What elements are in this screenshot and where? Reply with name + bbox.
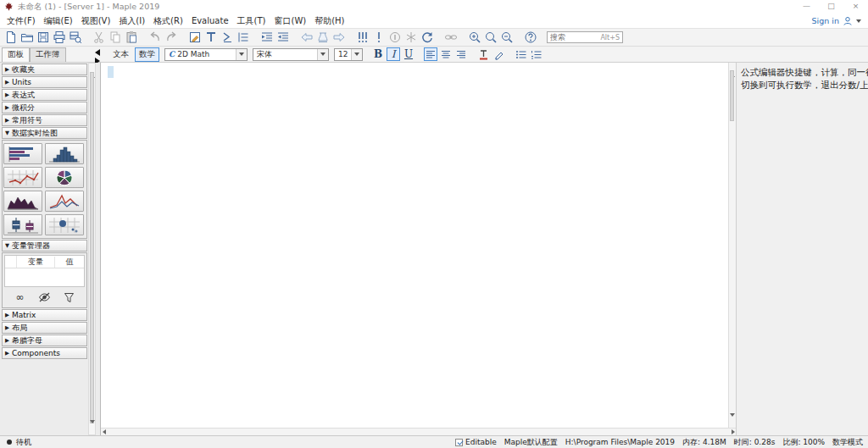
- area-chart-plot-button[interactable]: [3, 191, 42, 212]
- editable-checkbox[interactable]: [455, 439, 463, 446]
- collapse-left-panel-icon[interactable]: [95, 49, 100, 56]
- align-center-button[interactable]: [439, 47, 453, 61]
- back-button[interactable]: [298, 30, 314, 46]
- zoom-out-button[interactable]: [498, 30, 515, 46]
- bold-button[interactable]: B: [371, 47, 385, 61]
- palette-variable-manager[interactable]: ▼变量管理器: [2, 240, 87, 252]
- point-plot-button[interactable]: [3, 167, 42, 188]
- menu-help[interactable]: 帮助(H): [310, 14, 348, 28]
- paste-button[interactable]: [123, 30, 139, 46]
- font-size-dropdown[interactable]: 12: [334, 48, 363, 61]
- menu-edit[interactable]: 编辑(E): [40, 14, 77, 28]
- palette-calculus[interactable]: ▶微积分: [2, 102, 87, 113]
- underline-button[interactable]: U: [402, 47, 415, 61]
- menu-tools[interactable]: 工具(T): [233, 14, 270, 28]
- hide-variables-button[interactable]: [36, 290, 54, 304]
- insert-code-edit-button[interactable]: [186, 30, 203, 46]
- menu-insert[interactable]: 插入(I): [114, 14, 149, 28]
- hyperlink-button[interactable]: [442, 30, 459, 46]
- scroll-down-icon[interactable]: [730, 413, 735, 426]
- indent-button[interactable]: [259, 30, 275, 46]
- sign-in-link[interactable]: Sign in: [812, 16, 839, 25]
- palette-matrix[interactable]: ▶Matrix: [2, 309, 87, 321]
- copy-button[interactable]: [107, 30, 123, 46]
- sign-in-caret-icon[interactable]: [856, 19, 861, 23]
- palette-live-data-plots[interactable]: ▼数据实时绘图: [2, 127, 87, 139]
- close-button[interactable]: ×: [843, 0, 868, 14]
- tab-panels[interactable]: 面板: [2, 47, 30, 62]
- debug-button[interactable]: [403, 30, 419, 46]
- restart-button[interactable]: [419, 30, 435, 46]
- undo-button[interactable]: [147, 30, 163, 46]
- minimize-button[interactable]: —: [794, 0, 819, 14]
- dropdown-arrow-icon[interactable]: [239, 53, 244, 56]
- cut-button[interactable]: [91, 30, 107, 46]
- palette-common-symbols[interactable]: ▶常用符号: [2, 114, 87, 126]
- execute-button[interactable]: [370, 30, 387, 46]
- interrupt-button[interactable]: [387, 30, 403, 46]
- document-horizontal-scrollbar[interactable]: [101, 428, 737, 435]
- text-mode-button[interactable]: 文本: [108, 47, 133, 62]
- menu-evaluate[interactable]: Evaluate: [187, 15, 233, 26]
- align-left-button[interactable]: [424, 47, 437, 61]
- parent-button[interactable]: [314, 30, 331, 46]
- new-document-button[interactable]: [3, 30, 19, 46]
- numbered-list-button[interactable]: [529, 47, 542, 61]
- palette-expressions[interactable]: ▶表达式: [2, 89, 87, 101]
- execute-all-button[interactable]: [354, 30, 370, 46]
- scroll-right-icon[interactable]: [732, 429, 735, 434]
- bar-chart-plot-button[interactable]: [3, 143, 42, 164]
- print-button[interactable]: [51, 30, 67, 46]
- maximize-button[interactable]: □: [819, 0, 843, 14]
- scroll-left-icon[interactable]: [103, 429, 106, 434]
- font-dropdown[interactable]: 宋体: [253, 48, 329, 61]
- sidebar-scrollbar[interactable]: [88, 63, 96, 435]
- align-right-button[interactable]: [454, 47, 468, 61]
- style-dropdown[interactable]: C 2D Math: [164, 48, 248, 61]
- worksheet-canvas[interactable]: [100, 63, 736, 435]
- font-color-button[interactable]: [476, 47, 490, 61]
- zoom-in-button[interactable]: [466, 30, 482, 46]
- palette-favorites[interactable]: ▶收藏夹: [2, 64, 87, 75]
- palette-units[interactable]: ▶Units: [2, 76, 87, 88]
- bullet-list-button[interactable]: [514, 47, 527, 61]
- zoom-default-button[interactable]: [482, 30, 498, 46]
- palette-greek-letters[interactable]: ▶希腊字母: [2, 335, 87, 346]
- line-chart-plot-button[interactable]: [45, 191, 84, 212]
- redo-button[interactable]: [163, 30, 179, 46]
- menu-format[interactable]: 格式(R): [149, 14, 187, 28]
- dropdown-arrow-icon[interactable]: [320, 53, 326, 56]
- math-mode-button[interactable]: 数学: [135, 47, 159, 62]
- pie-chart-plot-button[interactable]: [45, 167, 84, 188]
- italic-button[interactable]: I: [387, 47, 400, 61]
- vertical-scrollbar-thumb[interactable]: [730, 70, 734, 121]
- scatter-plot-button[interactable]: [45, 214, 84, 235]
- menu-window[interactable]: 窗口(W): [270, 14, 310, 28]
- search-input[interactable]: [547, 31, 623, 43]
- insert-section-button[interactable]: [235, 30, 251, 46]
- palette-components[interactable]: ▶Components: [2, 347, 87, 359]
- insert-text-button[interactable]: [203, 30, 219, 46]
- help-button[interactable]: [522, 30, 538, 46]
- link-variables-button[interactable]: ∞: [11, 290, 30, 304]
- filter-variables-button[interactable]: [60, 290, 79, 304]
- highlight-pen-button[interactable]: [492, 47, 505, 61]
- sidebar-scrollbar-thumb[interactable]: [90, 72, 94, 423]
- histogram-plot-button[interactable]: [45, 143, 84, 164]
- palette-layout[interactable]: ▶布局: [2, 322, 87, 334]
- save-button[interactable]: [35, 30, 51, 46]
- insert-maple-prompt-button[interactable]: [219, 30, 235, 46]
- forward-button[interactable]: [331, 30, 347, 46]
- menu-view[interactable]: 视图(V): [77, 14, 115, 28]
- print-preview-button[interactable]: [67, 30, 83, 46]
- scroll-down-icon[interactable]: [90, 420, 95, 433]
- open-button[interactable]: [19, 30, 35, 46]
- dropdown-arrow-icon[interactable]: [354, 53, 359, 56]
- tab-workbook[interactable]: 工作簿: [30, 47, 66, 62]
- box-plot-button[interactable]: [3, 214, 42, 235]
- document-vertical-scrollbar[interactable]: [728, 63, 736, 428]
- outdent-button[interactable]: [275, 30, 291, 46]
- user-icon[interactable]: [843, 16, 853, 26]
- variable-table[interactable]: 变量 值: [4, 255, 85, 287]
- menu-file[interactable]: 文件(F): [3, 14, 40, 28]
